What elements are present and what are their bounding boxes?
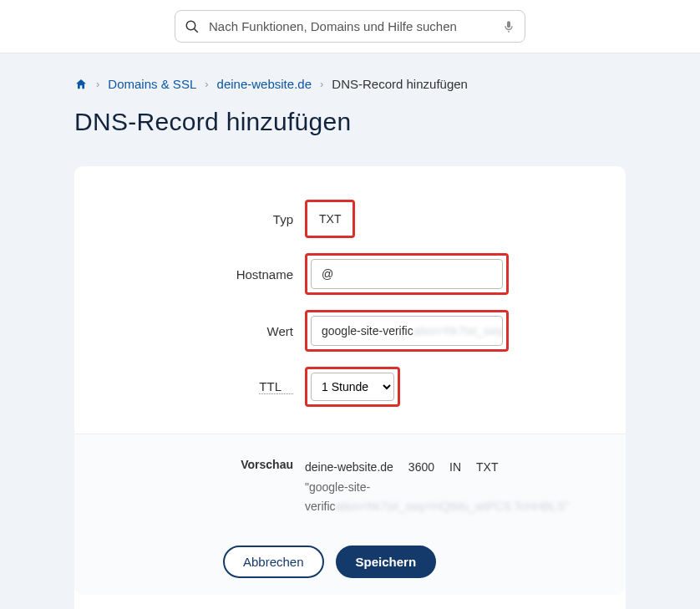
wert-visible-text: google-site-verific [322,324,413,337]
search-container [175,10,525,43]
page-title: DNS-Record hinzufügen [74,108,626,136]
preview-ttl: 3600 [408,458,434,476]
preview-class: IN [449,458,461,476]
hostname-field[interactable] [311,259,503,289]
row-hostname: Hostname [98,253,602,295]
breadcrumb-domain[interactable]: deine-website.de [217,77,312,91]
preview-row: Vorschau deine-website.de 3600 IN TXT "g… [98,458,602,515]
button-row: Abbrechen Speichern [98,546,602,578]
typ-label: Typ [98,212,305,226]
hostname-label: Hostname [98,267,305,282]
svg-point-0 [186,21,195,30]
home-icon[interactable] [74,78,88,91]
search-input[interactable] [175,10,525,43]
preview-content: deine-website.de 3600 IN TXT "google-sit… [305,458,602,515]
row-wert: Wert google-site-verification=hk7txt_swy [98,310,602,352]
preview-record-value: "google-site-verification=hk7txt_swy=HQt… [305,478,602,515]
hostname-highlight [305,253,509,295]
breadcrumb-domains-ssl[interactable]: Domains & SSL [108,77,196,91]
top-bar [0,0,700,53]
row-ttl: TTL 1 Stunde [98,367,602,407]
chevron-right-icon: › [320,78,323,90]
svg-line-1 [195,28,198,32]
preview-domain: deine-website.de [305,458,393,476]
breadcrumb-current: DNS-Record hinzufügen [332,77,468,91]
typ-highlight: TXT [305,200,355,238]
preview-section: Vorschau deine-website.de 3600 IN TXT "g… [74,434,626,595]
ttl-select[interactable]: 1 Stunde [311,373,394,401]
ttl-highlight: 1 Stunde [305,367,400,407]
chevron-right-icon: › [96,78,99,90]
cancel-button[interactable]: Abbrechen [223,546,324,578]
preview-value-redacted: ation=hk7txt_swy=HQtMs_wtPCS.TcHHBLS" [336,500,570,513]
wert-label: Wert [98,324,305,338]
ttl-label: TTL [259,379,293,394]
chevron-right-icon: › [205,78,208,90]
breadcrumb: › Domains & SSL › deine-website.de › DNS… [74,53,626,103]
wert-highlight: google-site-verification=hk7txt_swy [305,310,509,352]
typ-value: TXT [311,206,349,232]
row-typ: Typ TXT [98,200,602,238]
wert-field[interactable]: google-site-verification=hk7txt_swy [311,316,503,346]
microphone-icon[interactable] [502,19,515,34]
save-button[interactable]: Speichern [336,546,437,578]
main-container: › Domains & SSL › deine-website.de › DNS… [58,53,642,609]
wert-redacted-text: ation=hk7txt_swy [413,324,503,337]
search-icon [185,19,200,34]
form-card: Typ TXT Hostname Wert google-site-verifi… [74,166,626,609]
preview-type: TXT [476,458,498,476]
preview-label: Vorschau [98,458,305,515]
